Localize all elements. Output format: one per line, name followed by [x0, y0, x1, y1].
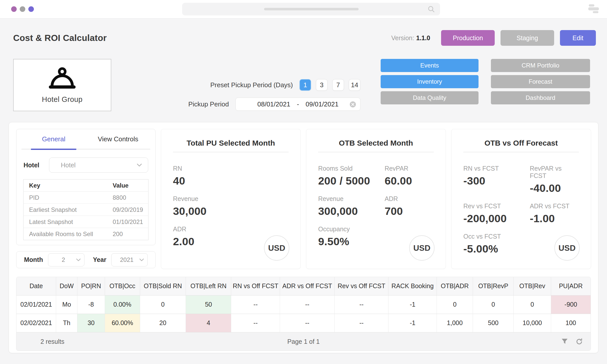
cell-adr-vs-off-fcst: --	[280, 314, 335, 332]
preset-1-day-chip[interactable]: 1	[299, 79, 311, 91]
cell-rev-vs-off-fcst: --	[335, 314, 388, 332]
inventory-button[interactable]: Inventory	[381, 75, 479, 88]
window-dot-maximize-icon[interactable]	[28, 6, 34, 12]
metric-rev-vs-fcst: Rev vs FCST-200,000	[463, 202, 527, 225]
tab-view-controls[interactable]: View Controls	[86, 129, 150, 149]
month-label: Month	[24, 256, 43, 263]
preset-7-day-chip[interactable]: 7	[332, 79, 344, 91]
preset-3-day-chip[interactable]: 3	[316, 79, 328, 91]
pickup-period-label: Pickup Period	[188, 100, 229, 108]
kv-key: PID	[24, 192, 107, 204]
cell-po-rn: -8	[77, 295, 105, 314]
kv-row: PID8800	[24, 192, 148, 204]
kv-value: 01/10/2021	[107, 216, 148, 228]
metric-revenue: Revenue300,000	[318, 195, 382, 217]
version-label: Version:	[391, 34, 414, 41]
column-header-otb-left-rn: OTB|Left RN	[186, 277, 231, 295]
column-header-adr-vs-off-fcst: ADR vs Off FCST	[280, 277, 335, 295]
table-footer-icons	[561, 338, 583, 345]
dashboard-button[interactable]: Dashboard	[491, 91, 590, 104]
metric-revpar: RevPAR60.00	[385, 165, 434, 187]
module-nav-buttons: EventsCRM PortfolioInventoryForecastData…	[381, 59, 590, 104]
table-header-row: DateDoWPO|RNOTB|OccOTB|Sold RNOTB|Left R…	[16, 277, 591, 295]
month-select[interactable]: 2	[48, 253, 84, 266]
card-divider	[463, 152, 579, 152]
year-select[interactable]: 2021	[111, 253, 148, 266]
metric-label: Rev vs FCST	[463, 202, 527, 210]
total-pu-selected-month-card: Total PU Selected MonthRN40Revenue30,000…	[161, 129, 301, 269]
kv-key: Earliest Snapshot	[24, 204, 107, 216]
hotel-select[interactable]: Hotel	[49, 157, 148, 173]
hotel-group-card[interactable]: Hotel Group	[13, 59, 111, 111]
metric-adr: ADR700	[385, 195, 434, 217]
period-start-date: 08/01/2021	[257, 100, 290, 108]
forecast-button[interactable]: Forecast	[491, 75, 590, 88]
metric-value: 300,000	[318, 205, 382, 217]
metric-label: Revenue	[173, 195, 289, 202]
staging-button[interactable]: Staging	[501, 30, 554, 46]
metric-label: ADR vs FCST	[530, 202, 579, 210]
cell-date: 02/01/2021	[16, 295, 56, 314]
cloche-icon	[48, 66, 76, 93]
address-bar[interactable]	[182, 3, 440, 15]
header-actions: Version:1.1.0 ProductionStagingEdit	[391, 30, 596, 46]
data-quality-button[interactable]: Data Quality	[381, 91, 479, 104]
cell-rev-vs-off-fcst: --	[335, 295, 388, 314]
window-dot-minimize-icon[interactable]	[20, 6, 25, 12]
cell-adr-vs-off-fcst: --	[280, 295, 335, 314]
tab-general[interactable]: General	[21, 129, 86, 149]
metric-value: 60.00	[385, 175, 434, 187]
column-header-otb-rev: OTB|Rev	[514, 277, 551, 295]
cell-rn-vs-off-fcst: --	[231, 295, 280, 314]
metric-label: ADR	[385, 195, 434, 202]
cell-otb-left-rn: 4	[186, 314, 231, 332]
environment-buttons: ProductionStagingEdit	[441, 30, 596, 46]
clear-date-icon[interactable]	[350, 101, 356, 108]
metric-label: Rooms Sold	[318, 165, 382, 172]
cell-otb-sold-rn: 20	[140, 314, 186, 332]
kv-row: Latest Snapshot01/10/2021	[24, 216, 148, 228]
production-button[interactable]: Production	[441, 30, 495, 46]
card-title: Total PU Selected Month	[173, 139, 289, 147]
key-value-table: Key Value PID8800Earliest Snapshot09/20/…	[23, 179, 148, 240]
card-title: OTB Selected Month	[318, 139, 434, 147]
column-header-date: Date	[16, 277, 56, 295]
table-footer: 2 results Page 1 of 1	[16, 332, 591, 351]
year-select-value: 2021	[120, 256, 134, 263]
controls-tabs: General View Controls	[21, 129, 150, 149]
chevron-down-icon	[139, 258, 144, 261]
otb-selected-month-card: OTB Selected MonthRooms Sold200 / 5000Re…	[306, 129, 446, 269]
column-header-rack-booking: RACK Booking	[388, 277, 437, 295]
otb-vs-off-forecast-card: OTB vs Off ForecastRN vs FCST-300RevPAR …	[451, 129, 591, 269]
cell-otb-adr: 0	[437, 295, 473, 314]
version-text: Version:1.1.0	[391, 34, 430, 42]
preset-14-day-chip[interactable]: 14	[349, 79, 360, 91]
kv-key: Available Rooms to Sell	[24, 228, 107, 240]
kv-row: Available Rooms to Sell200	[24, 228, 148, 240]
events-button[interactable]: Events	[381, 59, 479, 72]
column-header-rev-vs-off-fcst: Rev vs Off FCST	[335, 277, 388, 295]
card-divider	[318, 152, 434, 152]
chevron-down-icon	[137, 163, 142, 167]
metric-revenue: Revenue30,000	[173, 195, 289, 217]
currency-badge: USD	[409, 235, 435, 261]
kv-key: Latest Snapshot	[24, 216, 107, 228]
currency-badge: USD	[264, 235, 289, 261]
metric-rn-vs-fcst: RN vs FCST-300	[463, 165, 527, 194]
metric-occupancy: Occupancy9.50%	[318, 225, 382, 248]
cell-otb-occ: 0.00%	[105, 295, 140, 314]
metric-value: -40.00	[530, 182, 579, 194]
app-menu-icon[interactable]	[588, 4, 599, 14]
metric-value: 30,000	[173, 205, 289, 217]
metric-adr-vs-fcst: ADR vs FCST-1.00	[530, 202, 579, 225]
metric-label: RevPAR	[385, 165, 434, 172]
pickup-period-input[interactable]: 08/01/2021 - 09/01/2021	[235, 98, 360, 111]
edit-button[interactable]: Edit	[560, 30, 596, 46]
window-dot-close-icon[interactable]	[11, 6, 17, 12]
filter-icon[interactable]	[561, 338, 568, 345]
metric-rn: RN40	[173, 165, 289, 187]
cell-otb-rev: 0	[514, 295, 551, 314]
crm-portfolio-button[interactable]: CRM Portfolio	[491, 59, 590, 72]
cell-rn-vs-off-fcst: --	[231, 314, 280, 332]
refresh-icon[interactable]	[576, 338, 583, 345]
